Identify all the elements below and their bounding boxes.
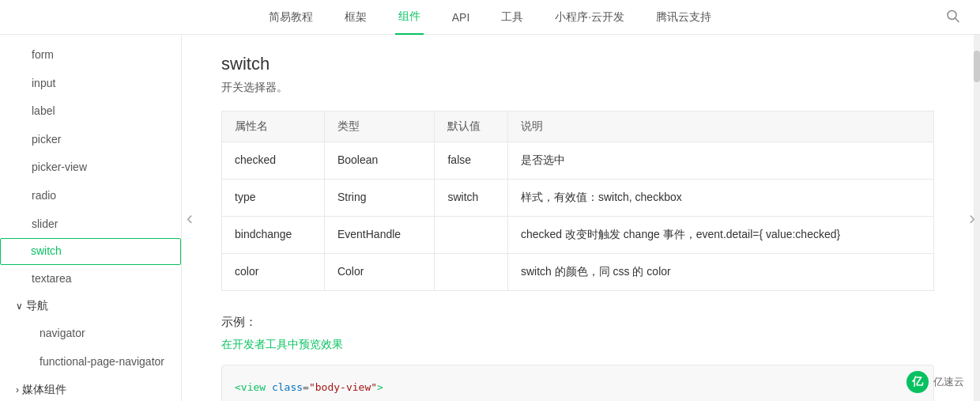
sidebar-item-form[interactable]: form — [0, 41, 181, 70]
table-row: typeStringswitch样式，有效值：switch, checkbox — [222, 180, 934, 217]
next-arrow[interactable]: › — [969, 207, 975, 229]
main-layout: form input label picker picker-view radi… — [0, 35, 980, 401]
cell-type-0: Boolean — [324, 142, 435, 180]
cell-desc-0: 是否选中 — [507, 142, 933, 180]
cell-default-3 — [435, 254, 507, 291]
table-row: bindchangeEventHandlechecked 改变时触发 chang… — [222, 217, 934, 254]
sidebar-group-navigation-label: 导航 — [26, 299, 48, 313]
cell-desc-1: 样式，有效值：switch, checkbox — [507, 180, 933, 217]
cell-name-1: type — [222, 180, 325, 217]
sidebar-item-input[interactable]: input — [0, 70, 181, 98]
preview-link[interactable]: 在开发者工具中预览效果 — [221, 338, 343, 352]
content-area: switch 开关选择器。 属性名 类型 默认值 说明 checkedBoole… — [182, 35, 974, 401]
sidebar-item-slider[interactable]: slider — [0, 210, 181, 239]
sidebar-item-textarea[interactable]: textarea — [0, 265, 181, 293]
page-description: 开关选择器。 — [221, 81, 934, 95]
logo-text: 亿速云 — [933, 375, 964, 389]
chevron-down-icon: ∨ — [16, 301, 23, 312]
sidebar-item-radio[interactable]: radio — [0, 182, 181, 210]
cell-default-1: switch — [435, 180, 507, 217]
svg-line-1 — [956, 18, 959, 22]
logo-icon: 亿 — [906, 371, 929, 393]
cell-name-0: checked — [222, 142, 325, 180]
cell-default-2 — [435, 217, 507, 254]
cell-desc-2: checked 改变时触发 change 事件，event.detail={ v… — [507, 217, 933, 254]
cell-type-3: Color — [324, 254, 435, 291]
page-title: switch — [221, 54, 934, 74]
code-block: <view class="body-view"> <switch checked… — [221, 365, 934, 401]
sidebar-item-navigator[interactable]: navigator — [0, 320, 181, 348]
sidebar-group-media[interactable]: › 媒体组件 — [0, 376, 181, 401]
brand-logo: 亿 亿速云 — [906, 371, 964, 393]
col-header-name: 属性名 — [222, 112, 325, 142]
cell-type-1: String — [324, 180, 435, 217]
table-row: colorColorswitch 的颜色，同 css 的 color — [222, 254, 934, 291]
table-row: checkedBooleanfalse是否选中 — [222, 142, 934, 180]
col-header-desc: 说明 — [507, 112, 933, 142]
cell-name-2: bindchange — [222, 217, 325, 254]
code-line-2: <switch checked bindchange="switch1Chang… — [235, 396, 921, 401]
search-icon[interactable] — [945, 8, 961, 26]
attributes-table: 属性名 类型 默认值 说明 checkedBooleanfalse是否选中typ… — [221, 111, 934, 291]
sidebar-group-media-label: 媒体组件 — [22, 383, 66, 397]
cell-name-3: color — [222, 254, 325, 291]
cell-desc-3: switch 的颜色，同 css 的 color — [507, 254, 933, 291]
nav-item-support[interactable]: 腾讯云支持 — [653, 0, 714, 35]
sidebar-item-label[interactable]: label — [0, 97, 181, 126]
chevron-right-icon: › — [16, 384, 19, 395]
nav-item-component[interactable]: 组件 — [395, 0, 424, 35]
col-header-default: 默认值 — [435, 112, 507, 142]
nav-item-tutorial[interactable]: 简易教程 — [266, 0, 316, 35]
sidebar-item-functional-page-navigator[interactable]: functional-page-navigator — [0, 348, 181, 376]
sidebar: form input label picker picker-view radi… — [0, 35, 182, 401]
top-navigation: 简易教程 框架 组件 API 工具 小程序·云开发 腾讯云支持 — [0, 0, 980, 35]
nav-item-api[interactable]: API — [449, 0, 473, 35]
sidebar-item-picker-view[interactable]: picker-view — [0, 153, 181, 182]
nav-item-framework[interactable]: 框架 — [341, 0, 370, 35]
nav-item-tools[interactable]: 工具 — [498, 0, 526, 35]
example-section-title: 示例： — [221, 315, 934, 330]
sidebar-group-navigation[interactable]: ∨ 导航 — [0, 293, 181, 320]
cell-type-2: EventHandle — [324, 217, 435, 254]
scroll-thumb — [974, 51, 980, 82]
sidebar-item-switch[interactable]: switch — [0, 238, 181, 265]
sidebar-item-picker[interactable]: picker — [0, 126, 181, 154]
cell-default-0: false — [435, 142, 507, 180]
col-header-type: 类型 — [324, 112, 435, 142]
nav-item-miniprogram[interactable]: 小程序·云开发 — [552, 0, 628, 35]
code-line-1: <view class="body-view"> — [235, 378, 921, 396]
